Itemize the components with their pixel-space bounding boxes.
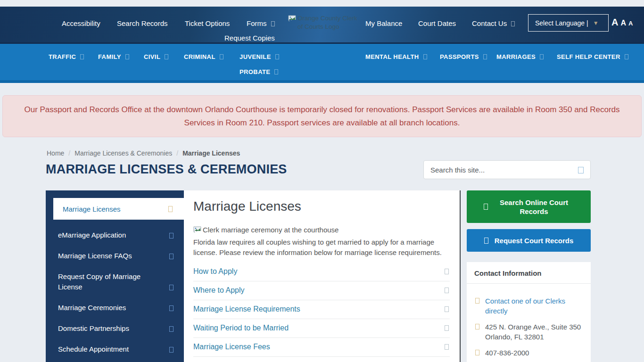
nav-probate-label: PROBATE: [239, 68, 270, 75]
nav-passports[interactable]: PASSPORTS: [440, 53, 487, 60]
intro-paragraph: Florida law requires all couples wishing…: [193, 237, 450, 258]
font-size-large-button[interactable]: A: [611, 17, 618, 28]
sidebar-item-emarriage-application[interactable]: eMarriage Application: [46, 230, 184, 240]
sidebar-item-label: Marriage Ceremonies: [58, 303, 126, 313]
expand-icon: [445, 269, 449, 274]
contact-list: Contact one of our Clerks directly 425 N…: [467, 284, 591, 362]
request-court-records-button[interactable]: Request Court Records: [467, 229, 591, 252]
breadcrumb-current: Marriage Licenses: [182, 149, 240, 157]
sidebar-item-marriage-license-faqs[interactable]: Marriage License FAQs: [46, 251, 184, 261]
accordion-link[interactable]: Where to Apply: [193, 286, 245, 295]
search-online-court-records-button[interactable]: Search Online Court Records: [467, 190, 591, 223]
accordion-how-to-apply[interactable]: How to Apply: [193, 263, 450, 281]
contact-clerks-link[interactable]: Contact one of our Clerks directly: [485, 296, 579, 316]
dropdown-caret-icon: [540, 54, 544, 59]
nav-ticket-options[interactable]: Ticket Options: [185, 19, 230, 27]
nav-self-help-center[interactable]: SELF HELP CENTER: [557, 53, 628, 60]
section-sidebar: Marriage Licenses eMarriage Application …: [46, 190, 184, 362]
expand-icon: [169, 347, 173, 353]
language-selector[interactable]: Select Language | ▼: [528, 14, 609, 32]
right-sidebar: Search Online Court Records Request Cour…: [467, 190, 591, 362]
accordion-link[interactable]: Marriage License Fees: [193, 343, 270, 351]
dropdown-caret-icon: [220, 54, 223, 59]
sidebar-item-label: eMarriage Application: [58, 230, 126, 240]
sidebar-item-schedule-appointment[interactable]: Schedule Appointment: [46, 344, 184, 354]
expand-icon: [169, 233, 173, 239]
sidebar-item-marriage-ceremonies[interactable]: Marriage Ceremonies: [46, 303, 184, 313]
dropdown-caret-icon: [625, 54, 628, 59]
expand-icon: [168, 206, 173, 212]
accordion-non-us-residents[interactable]: Non-U.S. Residents and Residents of Othe…: [193, 357, 450, 362]
nav-self-help-label: SELF HELP CENTER: [557, 53, 620, 60]
nav-civil[interactable]: CIVIL: [144, 53, 168, 60]
sidebar-item-request-copy[interactable]: Request Copy of Marriage License: [46, 272, 184, 292]
nav-juvenile[interactable]: JUVENILE: [239, 53, 279, 60]
contact-address-item: 425 N. Orange Ave., Suite 350Orlando, FL…: [475, 322, 584, 342]
breadcrumb-home[interactable]: Home: [47, 149, 64, 157]
alert-message: Our Passport and Records Office at the d…: [11, 103, 633, 130]
nav-court-dates[interactable]: Court Dates: [418, 19, 456, 27]
sidebar-item-domestic-partnerships[interactable]: Domestic Partnerships: [46, 323, 184, 334]
font-size-small-button[interactable]: A: [628, 20, 633, 27]
accordion-waiting-period[interactable]: Waiting Period to be Married: [193, 319, 450, 338]
alert-banner: Our Passport and Records Office at the d…: [2, 95, 642, 137]
sidebar-item-marriage-licenses[interactable]: Marriage Licenses: [53, 198, 184, 220]
breadcrumb-separator: /: [176, 149, 178, 157]
broken-image-icon: [288, 15, 296, 22]
expand-icon: [169, 326, 173, 332]
accordion-link[interactable]: Waiting Period to be Married: [193, 324, 289, 332]
nav-traffic[interactable]: TRAFFIC: [49, 53, 84, 60]
map-marker-icon: [475, 324, 479, 329]
search-input[interactable]: [424, 161, 590, 179]
nav-family-label: FAMILY: [98, 53, 121, 60]
nav-marriages[interactable]: MARRIAGES: [496, 53, 544, 60]
nav-accessibility[interactable]: Accessibility: [62, 19, 100, 27]
chevron-down-icon: ▼: [593, 20, 599, 26]
phone-icon: [475, 350, 479, 355]
search-icon[interactable]: [578, 167, 584, 173]
contact-information-card: Contact Information Contact one of our C…: [467, 262, 591, 362]
nav-forms-label: Forms: [247, 19, 267, 27]
address-line-1: 425 N. Orange Ave., Suite 350: [485, 323, 581, 331]
dropdown-caret-icon: [511, 21, 515, 26]
nav-my-balance[interactable]: My Balance: [365, 19, 402, 27]
dropdown-caret-icon: [423, 54, 427, 59]
expand-icon: [445, 288, 449, 293]
expand-icon: [169, 305, 173, 311]
sidebar-item-label: Request Copy of Marriage License: [58, 272, 165, 292]
broken-image-icon: [193, 226, 201, 233]
nav-family[interactable]: FAMILY: [98, 53, 129, 60]
nav-marriages-label: MARRIAGES: [496, 53, 536, 60]
language-selector-label: Select Language |: [535, 19, 588, 27]
dropdown-caret-icon: [80, 54, 84, 59]
sidebar-item-label: Marriage License FAQs: [58, 251, 132, 261]
nav-criminal-label: CRIMINAL: [184, 53, 215, 60]
nav-request-copies[interactable]: Request Copies: [224, 34, 275, 42]
nav-civil-label: CIVIL: [144, 53, 160, 60]
nav-probate[interactable]: PROBATE: [239, 68, 278, 75]
dropdown-caret-icon: [165, 54, 168, 59]
font-size-medium-button[interactable]: A: [620, 19, 626, 27]
contact-phone: 407-836-2000: [485, 348, 529, 358]
nav-contact-us[interactable]: Contact Us: [472, 19, 515, 27]
accordion-license-requirements[interactable]: Marriage License Requirements: [193, 300, 450, 319]
breadcrumb-parent[interactable]: Marriage Licenses & Ceremonies: [74, 149, 172, 157]
nav-forms[interactable]: Forms: [247, 19, 275, 27]
site-logo[interactable]: Orange County Clerk of Courts Logo: [288, 14, 359, 31]
nav-mental-health[interactable]: MENTAL HEALTH: [365, 53, 427, 60]
dropdown-caret-icon: [274, 69, 278, 74]
dropdown-caret-icon: [125, 54, 129, 59]
image-alt-text: Clerk marriage ceremony at the courthous…: [203, 226, 339, 234]
accordion-list: How to Apply Where to Apply Marriage Lic…: [193, 263, 450, 362]
nav-criminal[interactable]: CRIMINAL: [184, 53, 223, 60]
accordion-link[interactable]: How to Apply: [193, 267, 237, 276]
expand-icon: [445, 344, 449, 350]
ceremony-image-placeholder: Clerk marriage ceremony at the courthous…: [193, 226, 450, 234]
button-label: Search Online Court Records: [494, 198, 574, 216]
accordion-license-fees[interactable]: Marriage License Fees: [193, 338, 450, 357]
nav-search-records[interactable]: Search Records: [117, 19, 168, 27]
nav-passports-label: PASSPORTS: [440, 53, 479, 60]
accordion-link[interactable]: Marriage License Requirements: [193, 305, 300, 313]
site-search: [423, 160, 591, 179]
accordion-where-to-apply[interactable]: Where to Apply: [193, 281, 450, 300]
